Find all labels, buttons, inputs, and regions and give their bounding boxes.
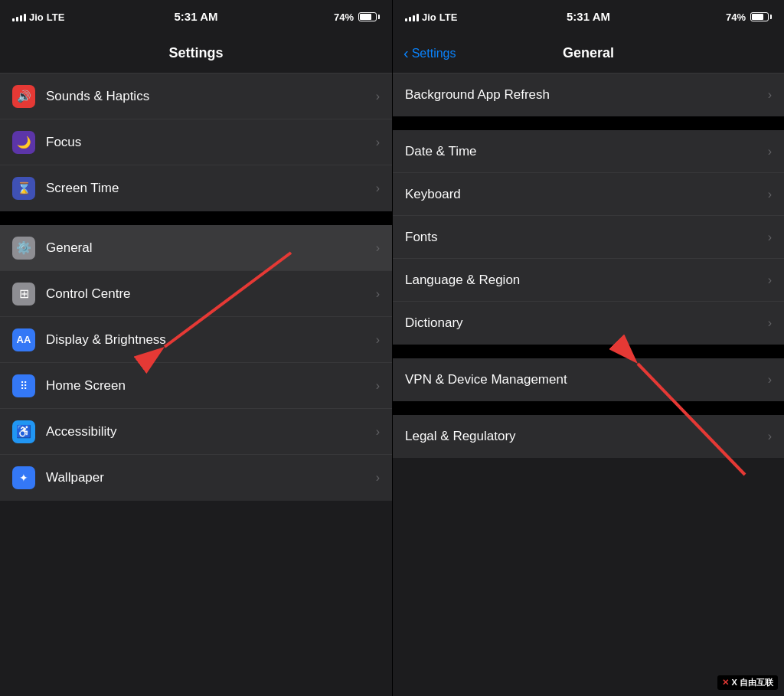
display-chevron: › — [376, 333, 380, 347]
settings-row-accessibility[interactable]: ♿ Accessibility › — [0, 409, 392, 455]
display-label: Display & Brightness — [46, 332, 376, 348]
settings-row-home-screen[interactable]: ⠿ Home Screen › — [0, 363, 392, 409]
focus-label: Focus — [46, 135, 376, 150]
focus-icon: 🌙 — [12, 131, 35, 154]
bg-refresh-chevron: › — [768, 88, 772, 102]
bg-refresh-label: Background App Refresh — [405, 87, 768, 103]
nav-title-right: General — [563, 45, 614, 61]
signal-icon-left — [12, 12, 26, 21]
settings-row-vpn[interactable]: VPN & Device Management › — [393, 358, 784, 401]
watermark: ✕ X 自由互联 — [717, 675, 778, 690]
home-screen-label: Home Screen — [46, 378, 376, 394]
back-label: Settings — [412, 47, 456, 60]
watermark-x: ✕ — [722, 678, 729, 688]
settings-row-screen-time[interactable]: ⌛ Screen Time › — [0, 165, 392, 211]
legal-label: Legal & Regulatory — [405, 429, 768, 444]
status-bar-left: Jio LTE 5:31 AM 74% — [0, 0, 392, 34]
focus-chevron: › — [376, 136, 380, 149]
display-icon: AA — [12, 328, 35, 351]
battery-icon-right — [750, 12, 772, 21]
settings-row-control-centre[interactable]: ⊞ Control Centre › — [0, 271, 392, 317]
screen-time-label: Screen Time — [46, 181, 376, 196]
control-centre-chevron: › — [376, 287, 380, 301]
network-right: LTE — [439, 11, 458, 23]
battery-percent-right: 74% — [726, 11, 746, 23]
legal-chevron: › — [768, 430, 772, 443]
general-icon: ⚙️ — [12, 237, 35, 260]
keyboard-chevron: › — [768, 188, 772, 201]
dictionary-label: Dictionary — [405, 315, 768, 331]
settings-row-dictionary[interactable]: Dictionary › — [393, 302, 784, 345]
back-chevron-icon: ‹ — [403, 44, 409, 62]
settings-row-focus[interactable]: 🌙 Focus › — [0, 119, 392, 165]
settings-list-left: 🔊 Sounds & Haptics › 🌙 Focus › ⌛ — [0, 74, 392, 696]
settings-row-bg-refresh[interactable]: Background App Refresh › — [393, 74, 784, 116]
control-centre-icon: ⊞ — [12, 283, 35, 306]
control-centre-label: Control Centre — [46, 286, 376, 302]
fonts-chevron: › — [768, 230, 772, 244]
general-chevron: › — [376, 241, 380, 255]
battery-icon-left — [358, 12, 380, 21]
vpn-label: VPN & Device Management — [405, 372, 768, 387]
status-bar-right: Jio LTE 5:31 AM 74% — [393, 0, 784, 34]
watermark-text: X 自由互联 — [732, 677, 773, 688]
settings-row-keyboard[interactable]: Keyboard › — [393, 173, 784, 216]
time-right: 5:31 AM — [567, 10, 610, 23]
date-time-label: Date & Time — [405, 144, 768, 159]
back-button[interactable]: ‹ Settings — [403, 44, 456, 62]
language-region-chevron: › — [768, 273, 772, 287]
general-settings-list: Background App Refresh › Date & Time › K… — [393, 74, 784, 696]
screen-time-icon: ⌛ — [12, 177, 35, 200]
nav-bar-left: Settings — [0, 34, 392, 74]
settings-row-legal[interactable]: Legal & Regulatory › — [393, 415, 784, 458]
nav-bar-right: ‹ Settings General — [393, 34, 784, 74]
wallpaper-chevron: › — [376, 471, 380, 485]
carrier-left: Jio — [29, 11, 44, 23]
wallpaper-label: Wallpaper — [46, 470, 376, 485]
vpn-chevron: › — [768, 373, 772, 387]
screen-time-chevron: › — [376, 181, 380, 195]
home-screen-chevron: › — [376, 379, 380, 393]
signal-icon-right — [405, 12, 419, 21]
settings-row-wallpaper[interactable]: ✦ Wallpaper › — [0, 455, 392, 501]
battery-percent-left: 74% — [334, 11, 354, 23]
sounds-chevron: › — [376, 90, 380, 103]
wallpaper-icon: ✦ — [12, 466, 35, 489]
language-region-label: Language & Region — [405, 273, 768, 288]
settings-row-sounds[interactable]: 🔊 Sounds & Haptics › — [0, 74, 392, 119]
time-left: 5:31 AM — [175, 10, 218, 23]
general-label: General — [46, 240, 376, 256]
fonts-label: Fonts — [405, 230, 768, 245]
home-screen-icon: ⠿ — [12, 374, 35, 397]
accessibility-icon: ♿ — [12, 420, 35, 443]
accessibility-chevron: › — [376, 425, 380, 439]
sounds-icon: 🔊 — [12, 85, 35, 108]
settings-row-fonts[interactable]: Fonts › — [393, 216, 784, 259]
keyboard-label: Keyboard — [405, 187, 768, 202]
dictionary-chevron: › — [768, 316, 772, 330]
sounds-label: Sounds & Haptics — [46, 89, 376, 104]
settings-row-general[interactable]: ⚙️ General › — [0, 225, 392, 271]
date-time-chevron: › — [768, 145, 772, 158]
nav-title-left: Settings — [168, 45, 223, 61]
settings-row-date-time[interactable]: Date & Time › — [393, 130, 784, 173]
settings-row-language-region[interactable]: Language & Region › — [393, 259, 784, 302]
settings-row-display[interactable]: AA Display & Brightness › — [0, 317, 392, 363]
accessibility-label: Accessibility — [46, 424, 376, 439]
network-left: LTE — [47, 11, 65, 23]
carrier-right: Jio — [422, 11, 436, 23]
